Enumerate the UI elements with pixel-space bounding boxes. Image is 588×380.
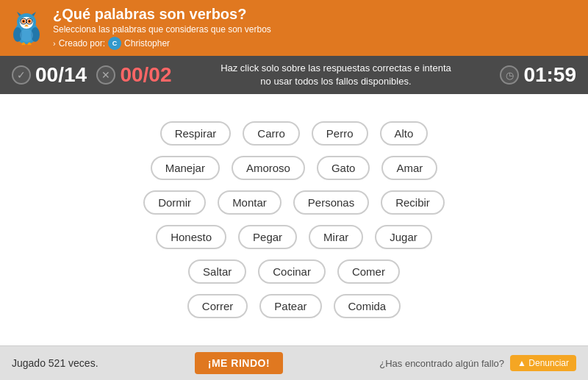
header-text: ¿Qué palabras son verbos? Selecciona las…	[53, 6, 271, 50]
creator-label: Creado por:	[59, 38, 105, 49]
correct-stat: ✓ 00/14	[12, 63, 87, 87]
report-section: ¿Has encontrado algún fallo? ▲ Denunciar	[379, 355, 576, 371]
footer: Jugado 521 veces. ¡ME RINDO! ¿Has encont…	[0, 345, 588, 380]
word-button-alto[interactable]: Alto	[380, 121, 429, 146]
word-row-1: ManejarAmorosoGatoAmar	[151, 156, 438, 180]
word-button-correr[interactable]: Correr	[187, 294, 248, 318]
check-icon: ✓	[12, 65, 31, 85]
report-question: ¿Has encontrado algún fallo?	[379, 358, 504, 369]
creator-name: Christopher	[124, 38, 170, 49]
word-button-personas[interactable]: Personas	[293, 190, 369, 215]
correct-count: 00/14	[35, 63, 87, 87]
word-button-pegar[interactable]: Pegar	[238, 225, 297, 249]
word-button-amoroso[interactable]: Amoroso	[232, 156, 305, 180]
svg-point-9	[23, 21, 24, 22]
word-button-honesto[interactable]: Honesto	[156, 225, 226, 249]
word-button-saltar[interactable]: Saltar	[188, 259, 246, 284]
word-row-2: DormirMontarPersonasRecibir	[143, 190, 445, 215]
word-button-respirar[interactable]: Respirar	[160, 121, 232, 146]
word-button-perro[interactable]: Perro	[312, 121, 368, 146]
x-icon: ✕	[96, 65, 115, 85]
header: ¿Qué palabras son verbos? Selecciona las…	[0, 0, 588, 56]
word-button-comida[interactable]: Comida	[334, 294, 401, 318]
word-button-jugar[interactable]: Jugar	[375, 225, 432, 249]
svg-point-10	[29, 21, 30, 22]
instruction-box: Haz click solo sobre las respuestas corr…	[172, 62, 501, 88]
word-button-montar[interactable]: Montar	[218, 190, 282, 215]
game-subtitle: Selecciona las palabras que consideras q…	[53, 24, 271, 35]
word-button-patear[interactable]: Patear	[259, 294, 321, 318]
word-button-carro[interactable]: Carro	[243, 121, 300, 146]
creator-avatar: C	[108, 37, 121, 50]
svg-point-14	[20, 29, 33, 42]
creator-arrow: ›	[53, 39, 56, 48]
word-button-mirar[interactable]: Mirar	[309, 225, 363, 249]
words-area: RespirarCarroPerroAltoManejarAmorosoGato…	[0, 94, 588, 345]
owl-icon	[9, 10, 44, 46]
word-button-gato[interactable]: Gato	[317, 156, 370, 180]
timer-display: 01:59	[523, 63, 576, 87]
word-button-manejar[interactable]: Manejar	[151, 156, 220, 180]
word-row-4: SaltarCocinarComer	[188, 259, 400, 284]
game-title: ¿Qué palabras son verbos?	[53, 6, 271, 23]
timer-block: ◷ 01:59	[500, 63, 576, 87]
word-button-comer[interactable]: Comer	[337, 259, 400, 284]
word-button-cocinar[interactable]: Cocinar	[258, 259, 326, 284]
word-button-dormir[interactable]: Dormir	[143, 190, 206, 215]
give-up-button[interactable]: ¡ME RINDO!	[195, 352, 283, 374]
word-row-0: RespirarCarroPerroAlto	[160, 121, 429, 146]
word-button-recibir[interactable]: Recibir	[381, 190, 445, 215]
wrong-count: 00/02	[120, 63, 171, 87]
report-button[interactable]: ▲ Denunciar	[510, 355, 576, 371]
creator-line: › Creado por: C Christopher	[53, 37, 271, 50]
word-button-amar[interactable]: Amar	[381, 156, 437, 180]
stats-bar: ✓ 00/14 ✕ 00/02 Haz click solo sobre las…	[0, 56, 588, 94]
instruction-text: Haz click solo sobre las respuestas corr…	[220, 62, 451, 87]
clock-icon: ◷	[500, 65, 519, 85]
word-row-5: CorrerPatearComida	[187, 294, 401, 318]
word-row-3: HonestoPegarMirarJugar	[156, 225, 432, 249]
played-count: Jugado 521 veces.	[12, 357, 98, 369]
wrong-stat: ✕ 00/02	[96, 63, 171, 87]
